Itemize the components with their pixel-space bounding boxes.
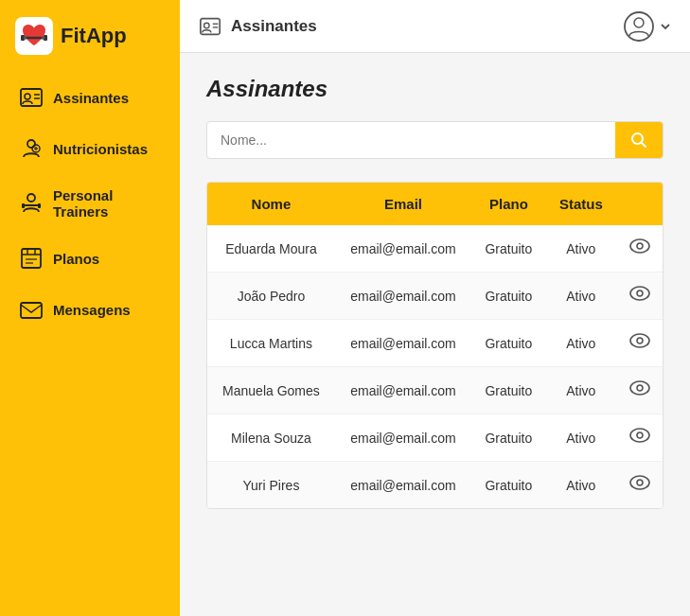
sidebar-item-assinantes-label: Assinantes — [53, 90, 129, 106]
svg-rect-24 — [21, 303, 42, 318]
logo-area: FitApp — [0, 0, 180, 72]
sidebar: FitApp Assinantes Nutricionistas — [0, 0, 180, 616]
svg-point-40 — [637, 338, 643, 343]
view-icon[interactable] — [629, 333, 650, 352]
view-icon[interactable] — [629, 428, 650, 447]
svg-rect-4 — [24, 37, 27, 40]
main-content: Assinantes Assinantes — [180, 0, 690, 616]
svg-point-10 — [27, 140, 35, 148]
col-email: Email — [335, 183, 471, 225]
table-row: Yuri Pires email@email.com Gratuito Ativ… — [207, 462, 663, 509]
sidebar-item-nutricionistas[interactable]: Nutricionistas — [0, 123, 180, 174]
table-row: Eduarda Moura email@email.com Gratuito A… — [207, 225, 663, 273]
svg-point-36 — [630, 287, 649, 300]
topbar-left: Assinantes — [199, 15, 317, 38]
cell-status: Ativo — [546, 320, 616, 367]
col-status: Status — [546, 183, 616, 225]
app-name: FitApp — [61, 24, 127, 48]
cell-status: Ativo — [546, 225, 616, 273]
user-menu[interactable] — [624, 11, 671, 42]
sidebar-item-planos[interactable]: Planos — [0, 233, 180, 284]
cell-email: email@email.com — [335, 414, 471, 462]
chevron-down-icon — [660, 21, 671, 32]
cell-email: email@email.com — [335, 273, 471, 320]
svg-point-29 — [625, 12, 653, 41]
cell-email: email@email.com — [335, 225, 471, 273]
cell-nome: Manuela Gomes — [207, 367, 335, 414]
nutricionistas-icon — [19, 136, 44, 161]
user-avatar-icon — [624, 11, 654, 42]
svg-point-7 — [25, 94, 30, 99]
svg-point-43 — [637, 385, 643, 391]
mensagens-icon — [19, 297, 44, 322]
cell-plano: Gratuito — [471, 273, 546, 320]
svg-point-30 — [634, 18, 644, 27]
cell-action — [616, 320, 663, 367]
view-icon[interactable] — [629, 286, 650, 305]
cell-plano: Gratuito — [471, 462, 546, 509]
cell-nome: Yuri Pires — [207, 462, 335, 509]
cell-action — [616, 273, 663, 320]
cell-nome: Milena Souza — [207, 414, 335, 462]
cell-status: Ativo — [546, 414, 616, 462]
svg-point-14 — [27, 194, 35, 202]
cell-action — [616, 414, 663, 462]
cell-action — [616, 225, 663, 273]
search-button[interactable] — [615, 122, 663, 158]
content-area: Assinantes Nome Email Plano Status — [180, 53, 690, 616]
cell-status: Ativo — [546, 462, 616, 509]
logo-icon — [15, 17, 53, 55]
table-row: Lucca Martins email@email.com Gratuito A… — [207, 320, 663, 367]
cell-plano: Gratuito — [471, 320, 546, 367]
table-row: Milena Souza email@email.com Gratuito At… — [207, 414, 663, 462]
cell-email: email@email.com — [335, 367, 471, 414]
cell-email: email@email.com — [335, 462, 471, 509]
sidebar-item-mensagens[interactable]: Mensagens — [0, 284, 180, 335]
svg-point-45 — [630, 429, 649, 442]
table-row: João Pedro email@email.com Gratuito Ativ… — [207, 273, 663, 320]
view-icon[interactable] — [629, 475, 650, 494]
cell-nome: Lucca Martins — [207, 320, 335, 367]
personal-trainers-icon — [19, 191, 44, 216]
svg-rect-18 — [22, 249, 41, 268]
topbar: Assinantes — [180, 0, 690, 53]
sidebar-item-assinantes[interactable]: Assinantes — [0, 72, 180, 123]
topbar-title: Assinantes — [231, 17, 317, 36]
svg-point-48 — [630, 476, 649, 489]
svg-line-32 — [642, 143, 646, 148]
svg-point-39 — [630, 334, 649, 347]
table-header-row: Nome Email Plano Status — [207, 183, 663, 225]
search-input[interactable] — [207, 123, 615, 157]
sidebar-item-personal-trainers[interactable]: Personal Trainers — [0, 174, 180, 233]
topbar-assinantes-icon — [199, 15, 221, 38]
svg-point-37 — [637, 290, 643, 296]
col-action — [616, 183, 663, 225]
svg-point-49 — [637, 480, 643, 485]
view-icon[interactable] — [629, 380, 650, 399]
search-bar — [206, 121, 663, 159]
assinantes-icon — [19, 85, 44, 110]
cell-status: Ativo — [546, 367, 616, 414]
svg-rect-17 — [38, 203, 41, 208]
view-icon[interactable] — [629, 238, 650, 257]
svg-point-26 — [204, 23, 210, 28]
cell-nome: Eduarda Moura — [207, 225, 335, 273]
cell-plano: Gratuito — [471, 414, 546, 462]
search-icon — [630, 132, 647, 149]
svg-point-42 — [630, 381, 649, 395]
cell-nome: João Pedro — [207, 273, 335, 320]
table-row: Manuela Gomes email@email.com Gratuito A… — [207, 367, 663, 414]
col-plano: Plano — [471, 183, 546, 225]
cell-plano: Gratuito — [471, 225, 546, 273]
svg-rect-25 — [201, 18, 220, 34]
svg-rect-16 — [22, 203, 25, 208]
sidebar-item-personal-trainers-label: Personal Trainers — [53, 187, 161, 220]
svg-point-46 — [637, 432, 643, 438]
svg-point-34 — [637, 243, 643, 249]
cell-email: email@email.com — [335, 320, 471, 367]
page-title: Assinantes — [206, 76, 663, 102]
svg-rect-6 — [21, 89, 42, 106]
sidebar-item-nutricionistas-label: Nutricionistas — [53, 141, 148, 157]
cell-status: Ativo — [546, 273, 616, 320]
cell-action — [616, 462, 663, 509]
